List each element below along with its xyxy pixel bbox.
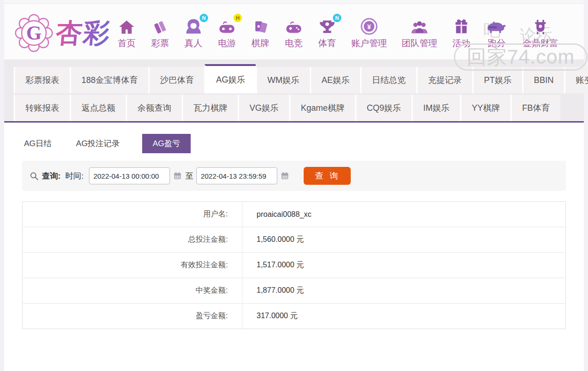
row-value: 1,877.0000 元 — [242, 278, 566, 304]
nav-esports[interactable]: 电竞 — [284, 16, 303, 49]
row-value: 317.0000 元 — [242, 304, 566, 329]
table-row-total-bet: 总投注金额: 1,560.0000 元 — [23, 227, 566, 253]
table-row-profit-loss: 盈亏金额: 317.0000 元 — [23, 304, 566, 329]
tab-row-2: 转账报表 返点总额 余额查询 瓦力棋牌 VG娱乐 Kgame棋牌 CQ9娱乐 I… — [14, 95, 584, 121]
tab-shaba-sports[interactable]: 沙巴体育 — [148, 67, 204, 93]
nav-label: 真人 — [185, 37, 202, 49]
end-time-input[interactable] — [196, 167, 277, 184]
tab-ae-entertainment[interactable]: AE娱乐 — [310, 67, 360, 93]
query-bar: 查询: 时间: 至 查 询 — [22, 161, 566, 191]
tab-row-1: 彩票报表 188金宝博体育 沙巴体育 AG娱乐 WM娱乐 AE娱乐 日结总览 充… — [14, 64, 584, 93]
nav-live[interactable]: N 真人 — [184, 16, 203, 49]
tab-kgame-chess[interactable]: Kgame棋牌 — [289, 95, 355, 121]
row-label: 有效投注金额: — [23, 253, 242, 278]
coin-icon: ¥ — [360, 16, 378, 35]
subtab-ag-bet-records[interactable]: AG投注记录 — [74, 134, 122, 153]
tab-rebate-total[interactable]: 返点总额 — [70, 95, 126, 121]
svg-text:¥: ¥ — [367, 23, 371, 31]
ding-icon — [532, 16, 549, 35]
brand-name: 杏彩 — [55, 20, 112, 46]
nav-label: 彩票 — [151, 37, 169, 49]
nav-label: 体育 — [318, 37, 336, 49]
tab-fb-sports[interactable]: FB体育 — [510, 95, 560, 121]
nav-label: 棋牌 — [251, 37, 269, 49]
tab-pt-entertainment[interactable]: PT娱乐 — [472, 67, 522, 93]
egame-gamepad-icon: H — [217, 16, 236, 35]
tab-wm-entertainment[interactable]: WM娱乐 — [256, 67, 310, 93]
subtab-ag-daily[interactable]: AG日结 — [22, 134, 54, 153]
nav-lottery[interactable]: 彩票 — [151, 16, 169, 49]
tab-im-entertainment[interactable]: IM娱乐 — [411, 95, 460, 121]
nav-egame[interactable]: H 电游 — [217, 16, 236, 49]
tab-wali-chess[interactable]: 瓦力棋牌 — [182, 95, 238, 121]
tab-account-change-report[interactable]: 账变报表 — [564, 67, 588, 93]
to-label: 至 — [185, 171, 193, 181]
nav-label: 团队管理 — [402, 37, 437, 49]
tab-vg-entertainment[interactable]: VG娱乐 — [238, 95, 289, 121]
tab-daily-summary[interactable]: 日结总览 — [360, 67, 416, 93]
tab-bbin[interactable]: BBIN — [522, 67, 564, 93]
page: G 杏彩 首页 彩票 N 真人 — [4, 0, 584, 371]
table-row-username: 用户名: proaicai0088_xc — [23, 202, 566, 227]
nav-paofen[interactable]: 跑分 — [485, 16, 508, 49]
lottery-ticket-icon — [152, 16, 169, 35]
home-icon — [118, 16, 135, 35]
time-label: 时间: — [65, 171, 84, 181]
row-label: 盈亏金额: — [23, 304, 242, 329]
gift-icon — [453, 16, 470, 35]
header: G 杏彩 首页 彩票 N 真人 — [4, 4, 584, 59]
team-icon — [410, 16, 429, 35]
search-icon — [30, 172, 39, 181]
tab-lottery-report[interactable]: 彩票报表 — [14, 67, 70, 93]
tab-188jinbaobo-sports[interactable]: 188金宝博体育 — [70, 67, 148, 93]
row-label: 用户名: — [23, 202, 242, 227]
tab-ag-entertainment[interactable]: AG娱乐 — [204, 64, 256, 93]
tab-transfer-report[interactable]: 转账报表 — [14, 95, 70, 121]
row-label: 中奖金额: — [23, 278, 242, 304]
report-tabs: 彩票报表 188金宝博体育 沙巴体育 AG娱乐 WM娱乐 AE娱乐 日结总览 充… — [4, 59, 584, 123]
nav-account-management[interactable]: ¥ 账户管理 — [351, 16, 387, 49]
live-n-badge: N — [200, 14, 208, 22]
brand-logo[interactable]: G 杏彩 — [15, 14, 117, 52]
cards-icon — [252, 16, 269, 35]
rhino-icon — [485, 16, 508, 35]
nav-label: 电竞 — [285, 37, 303, 49]
nav-label: 账户管理 — [351, 37, 387, 49]
row-value: proaicai0088_xc — [242, 202, 566, 227]
row-value: 1,560.0000 元 — [242, 227, 566, 253]
nav-label: 首页 — [118, 37, 136, 49]
table-row-valid-bet: 有效投注金额: 1,517.0000 元 — [23, 253, 566, 278]
row-label: 总投注金额: — [23, 227, 242, 253]
tab-balance-query[interactable]: 余额查询 — [126, 95, 182, 121]
nav-chess[interactable]: 棋牌 — [251, 16, 270, 49]
end-calendar-icon[interactable] — [281, 172, 289, 180]
main-nav: 首页 彩票 N 真人 H 电游 — [117, 16, 558, 49]
nav-label: 活动 — [452, 37, 470, 49]
subtab-ag-profit-loss[interactable]: AG盈亏 — [142, 134, 191, 153]
content: AG日结 AG投注记录 AG盈亏 查询: 时间: 至 查 询 用户 — [4, 123, 584, 329]
nav-jinding-wealth[interactable]: 金鼎财富 — [523, 16, 558, 49]
start-calendar-icon[interactable] — [173, 172, 182, 180]
ag-subtabs: AG日结 AG投注记录 AG盈亏 — [22, 123, 566, 153]
query-label: 查询: — [42, 171, 61, 181]
row-value: 1,517.0000 元 — [242, 253, 566, 278]
start-time-input[interactable] — [89, 167, 170, 184]
rosette-logo-icon: G — [15, 14, 53, 52]
query-button[interactable]: 查 询 — [304, 167, 351, 185]
nav-label: 电游 — [218, 37, 236, 49]
esports-gamepad-icon — [284, 16, 303, 35]
tab-deposit-withdraw-records[interactable]: 充提记录 — [416, 67, 472, 93]
nav-sports[interactable]: N 体育 — [318, 16, 337, 49]
egame-h-badge: H — [234, 14, 242, 22]
tab-cq9-entertainment[interactable]: CQ9娱乐 — [355, 95, 411, 121]
trophy-icon: N — [319, 16, 336, 35]
top-strip — [4, 0, 584, 4]
nav-home[interactable]: 首页 — [117, 16, 136, 49]
svg-text:G: G — [26, 22, 42, 44]
table-row-win-amount: 中奖金额: 1,877.0000 元 — [23, 278, 566, 304]
profit-loss-table: 用户名: proaicai0088_xc 总投注金额: 1,560.0000 元… — [22, 201, 566, 329]
nav-team-management[interactable]: 团队管理 — [402, 16, 437, 49]
tab-yy-chess[interactable]: YY棋牌 — [460, 95, 510, 121]
nav-label: 金鼎财富 — [523, 37, 558, 49]
nav-activity[interactable]: 活动 — [452, 16, 471, 49]
